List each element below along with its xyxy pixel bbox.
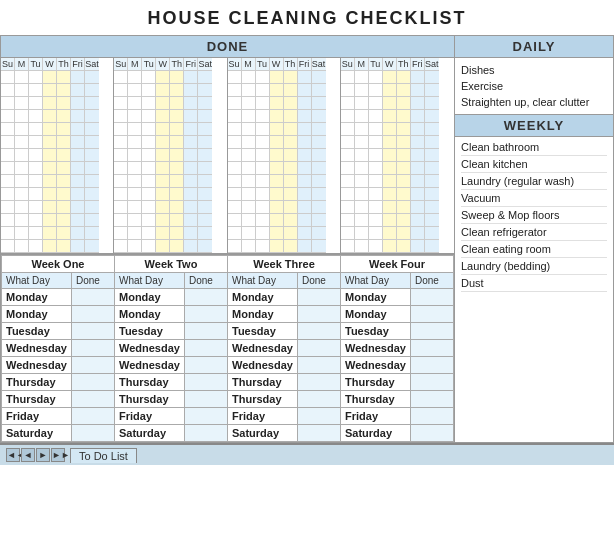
grid-cell[interactable] — [43, 149, 57, 162]
grid-cell[interactable] — [298, 97, 312, 110]
grid-cell[interactable] — [198, 162, 212, 175]
grid-cell[interactable] — [425, 240, 439, 253]
grid-cell[interactable] — [355, 214, 369, 227]
grid-cell[interactable] — [29, 97, 43, 110]
grid-cell[interactable] — [184, 71, 198, 84]
grid-cell[interactable] — [242, 175, 256, 188]
grid-cell[interactable] — [242, 149, 256, 162]
grid-cell[interactable] — [256, 201, 270, 214]
grid-cell[interactable] — [71, 227, 85, 240]
grid-cell[interactable] — [71, 175, 85, 188]
grid-cell[interactable] — [411, 84, 425, 97]
grid-cell[interactable] — [298, 110, 312, 123]
grid-cell[interactable] — [242, 110, 256, 123]
grid-cell[interactable] — [369, 97, 383, 110]
grid-cell[interactable] — [198, 71, 212, 84]
grid-cell[interactable] — [15, 149, 29, 162]
grid-cell[interactable] — [228, 175, 242, 188]
grid-cell[interactable] — [156, 71, 170, 84]
grid-cell[interactable] — [397, 175, 411, 188]
grid-cell[interactable] — [425, 188, 439, 201]
grid-cell[interactable] — [228, 123, 242, 136]
grid-cell[interactable] — [369, 162, 383, 175]
grid-cell[interactable] — [411, 227, 425, 240]
grid-cell[interactable] — [156, 214, 170, 227]
grid-cell[interactable] — [71, 149, 85, 162]
grid-cell[interactable] — [383, 84, 397, 97]
grid-cell[interactable] — [369, 227, 383, 240]
done-cell-w1-r6[interactable] — [71, 391, 114, 408]
grid-cell[interactable] — [270, 71, 284, 84]
done-cell-w1-r7[interactable] — [71, 408, 114, 425]
grid-cell[interactable] — [369, 240, 383, 253]
grid-cell[interactable] — [411, 136, 425, 149]
grid-cell[interactable] — [1, 71, 15, 84]
done-cell-w2-r7[interactable] — [184, 408, 227, 425]
grid-cell[interactable] — [1, 123, 15, 136]
grid-cell[interactable] — [43, 162, 57, 175]
grid-cell[interactable] — [228, 201, 242, 214]
grid-cell[interactable] — [198, 123, 212, 136]
grid-cell[interactable] — [85, 201, 99, 214]
grid-cell[interactable] — [242, 214, 256, 227]
grid-cell[interactable] — [397, 201, 411, 214]
grid-cell[interactable] — [298, 136, 312, 149]
grid-cell[interactable] — [15, 201, 29, 214]
grid-cell[interactable] — [57, 71, 71, 84]
grid-cell[interactable] — [228, 214, 242, 227]
grid-cell[interactable] — [114, 110, 128, 123]
grid-cell[interactable] — [397, 188, 411, 201]
grid-cell[interactable] — [156, 97, 170, 110]
grid-cell[interactable] — [71, 84, 85, 97]
grid-cell[interactable] — [57, 149, 71, 162]
grid-cell[interactable] — [43, 201, 57, 214]
grid-cell[interactable] — [43, 188, 57, 201]
done-cell-w1-r8[interactable] — [71, 425, 114, 442]
done-cell-w3-r3[interactable] — [297, 340, 340, 357]
grid-cell[interactable] — [369, 136, 383, 149]
grid-cell[interactable] — [142, 175, 156, 188]
done-cell-w2-r5[interactable] — [184, 374, 227, 391]
done-cell-w3-r4[interactable] — [297, 357, 340, 374]
grid-cell[interactable] — [397, 123, 411, 136]
done-cell-w1-r5[interactable] — [71, 374, 114, 391]
grid-cell[interactable] — [142, 214, 156, 227]
grid-cell[interactable] — [43, 136, 57, 149]
grid-cell[interactable] — [142, 84, 156, 97]
grid-cell[interactable] — [341, 227, 355, 240]
done-cell-w4-r3[interactable] — [410, 340, 453, 357]
done-cell-w2-r0[interactable] — [184, 289, 227, 306]
grid-cell[interactable] — [411, 71, 425, 84]
grid-cell[interactable] — [228, 84, 242, 97]
grid-cell[interactable] — [312, 123, 326, 136]
grid-cell[interactable] — [1, 162, 15, 175]
grid-cell[interactable] — [198, 188, 212, 201]
grid-cell[interactable] — [383, 136, 397, 149]
grid-cell[interactable] — [1, 175, 15, 188]
grid-cell[interactable] — [184, 110, 198, 123]
grid-cell[interactable] — [198, 227, 212, 240]
grid-cell[interactable] — [256, 240, 270, 253]
grid-cell[interactable] — [312, 201, 326, 214]
grid-cell[interactable] — [198, 84, 212, 97]
grid-cell[interactable] — [170, 71, 184, 84]
grid-cell[interactable] — [114, 162, 128, 175]
grid-cell[interactable] — [298, 227, 312, 240]
grid-cell[interactable] — [71, 240, 85, 253]
grid-cell[interactable] — [256, 227, 270, 240]
done-cell-w3-r0[interactable] — [297, 289, 340, 306]
done-cell-w3-r8[interactable] — [297, 425, 340, 442]
grid-cell[interactable] — [15, 123, 29, 136]
grid-cell[interactable] — [1, 240, 15, 253]
grid-cell[interactable] — [242, 188, 256, 201]
grid-cell[interactable] — [1, 97, 15, 110]
done-cell-w3-r6[interactable] — [297, 391, 340, 408]
grid-cell[interactable] — [383, 201, 397, 214]
grid-cell[interactable] — [355, 136, 369, 149]
grid-cell[interactable] — [71, 123, 85, 136]
grid-cell[interactable] — [170, 110, 184, 123]
grid-cell[interactable] — [341, 71, 355, 84]
grid-cell[interactable] — [341, 149, 355, 162]
grid-cell[interactable] — [85, 240, 99, 253]
done-cell-w4-r0[interactable] — [410, 289, 453, 306]
